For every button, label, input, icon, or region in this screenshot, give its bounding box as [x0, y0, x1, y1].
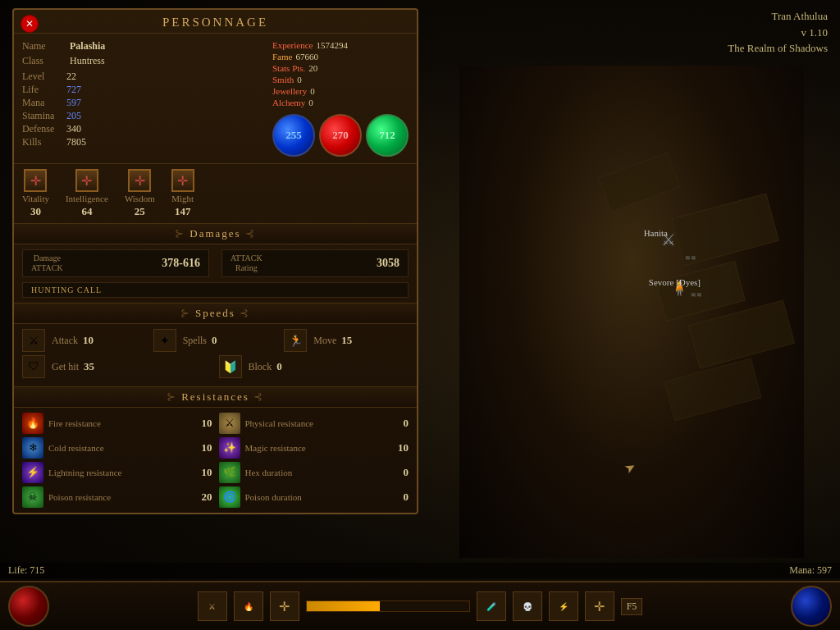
exp-value: 1574294 — [316, 40, 348, 50]
char-level: 22 — [66, 71, 264, 83]
fame-value: 67660 — [295, 52, 318, 62]
fire-resist-item: 🔥 Fire resistance 10 — [22, 413, 212, 434]
class-label: Class — [22, 55, 63, 67]
wisdom-btn[interactable]: ✛ — [128, 169, 151, 192]
lightning-resist-icon: ⚡ — [22, 462, 43, 483]
cold-resist-label: Cold resistance — [48, 443, 197, 453]
block-icon: 🔰 — [219, 355, 242, 378]
smith-label: Smith — [272, 75, 294, 84]
cold-resist-item: ❄ Cold resistance 10 — [22, 437, 212, 459]
skill-btn-1[interactable]: ⚔ — [198, 591, 227, 621]
stamina-label: Stamina — [22, 110, 63, 122]
add-skill-btn[interactable]: ✛ — [270, 591, 299, 621]
skill-btn-3[interactable]: 💀 — [513, 591, 542, 621]
jewellery-label: Jewellery — [272, 86, 307, 96]
damages-header: ⊱ Damages ⊰ — [14, 223, 417, 244]
npc-label-hanita: Hanita — [644, 228, 668, 238]
damage-attack-label: DamageATTACK — [31, 253, 63, 273]
lightning-resist-label: Lightning resistance — [48, 468, 197, 477]
lightning-resist-item: ⚡ Lightning resistance 10 — [22, 462, 212, 483]
cold-resist-value: 10 — [202, 441, 212, 454]
add-skill-btn-2[interactable]: ✛ — [585, 591, 614, 621]
might-label: Might — [171, 194, 194, 203]
char-stamina: 205 — [66, 110, 264, 122]
fire-resist-label: Fire resistance — [48, 418, 197, 428]
life-text: Life: 715 — [8, 564, 44, 577]
kills-label: Kills — [22, 136, 63, 148]
name-row: Name Palashia — [22, 40, 264, 52]
resist-grid: 🔥 Fire resistance 10 ⚔ Physical resistan… — [22, 413, 409, 508]
intelligence-value: 64 — [81, 205, 92, 218]
damages-title: Damages — [189, 227, 240, 240]
alchemy-value: 0 — [308, 98, 313, 107]
poison-duration-icon: 🌀 — [219, 486, 240, 508]
skill-btn-4[interactable]: ⚡ — [549, 591, 578, 621]
close-button[interactable]: ✕ — [21, 15, 39, 33]
class-row: Class Huntress — [22, 55, 264, 67]
bottom-bar: ⚔ 🔥 ✛ 🧪 💀 ⚡ ✛ F5 — [0, 581, 840, 630]
resistances-section: 🔥 Fire resistance 10 ⚔ Physical resistan… — [14, 408, 417, 513]
physical-resist-label: Physical resistance — [245, 418, 399, 428]
char-info-section: Name Palashia Class Huntress Level 22 Li… — [14, 34, 417, 163]
vitality-btn[interactable]: ✛ — [24, 169, 47, 192]
wisdom-value: 25 — [135, 205, 145, 218]
smith-value: 0 — [297, 75, 302, 84]
damage-attack-box: DamageATTACK 378-616 — [22, 249, 209, 277]
lightning-resist-value: 10 — [202, 466, 212, 479]
block-speed-item: Block 0 — [249, 360, 409, 373]
character-panel: ✕ PERSONNAGE Name Palashia Class Huntres… — [12, 8, 418, 514]
attack-speed-item: Attack 10 — [52, 334, 147, 347]
attack-speed-label: Attack — [52, 335, 78, 347]
attack-rating-value: 3058 — [377, 257, 399, 270]
skill-box: HUNTING CALL — [22, 282, 409, 298]
hex-resist-icon: 🌿 — [219, 462, 240, 483]
panel-orb-red: 270 — [319, 114, 362, 157]
life-orb[interactable] — [8, 586, 49, 627]
mana-orb[interactable] — [791, 586, 832, 627]
char-kills: 7805 — [66, 136, 264, 148]
defense-label: Defense — [22, 123, 63, 135]
move-icon: 🏃 — [284, 329, 307, 352]
intelligence-attr: ✛ Intelligence 64 — [66, 169, 108, 218]
vitality-label: Vitality — [22, 194, 49, 203]
f5-label: F5 — [627, 600, 637, 612]
damage-attack-value: 378-616 — [162, 257, 200, 270]
potion-btn[interactable]: 🧪 — [477, 591, 506, 621]
skill-btn-2[interactable]: 🔥 — [234, 591, 263, 621]
fire-resist-icon: 🔥 — [22, 413, 43, 434]
gethit-speed-label: Get hit — [52, 361, 79, 373]
might-attr: ✛ Might 147 — [171, 169, 194, 218]
panel-title-bar: ✕ PERSONNAGE — [14, 10, 417, 34]
attack-speed-value: 10 — [83, 334, 94, 347]
spells-speed-value: 0 — [212, 334, 217, 347]
might-btn[interactable]: ✛ — [171, 169, 194, 192]
jewellery-value: 0 — [310, 86, 315, 96]
speed-row-2: 🛡 Get hit 35 🔰 Block 0 — [22, 355, 409, 378]
vitality-value: 30 — [30, 205, 41, 218]
poison-duration-item: 🌀 Poison duration 0 — [219, 486, 409, 508]
physical-resist-icon: ⚔ — [219, 413, 240, 434]
physical-resist-value: 0 — [404, 417, 409, 430]
mana-label: Mana — [22, 97, 63, 109]
f5-badge[interactable]: F5 — [621, 598, 643, 615]
wisdom-label: Wisdom — [125, 194, 155, 203]
attributes-section: ✛ Vitality 30 ✛ Intelligence 64 ✛ Wisdom… — [14, 163, 417, 223]
spells-icon: ✦ — [153, 329, 176, 352]
skill-label: HUNTING CALL — [31, 285, 102, 294]
char-class: Huntress — [70, 55, 105, 67]
speeds-section: ⚔ Attack 10 ✦ Spells 0 🏃 Move 15 🛡 Get h… — [14, 324, 417, 386]
intelligence-btn[interactable]: ✛ — [75, 169, 98, 192]
server-name: Tran Athulua — [728, 8, 828, 25]
panel-orb-blue: 255 — [272, 114, 315, 157]
mana-text: Mana: 597 — [789, 564, 832, 577]
hex-resist-label: Hex duration — [245, 468, 399, 477]
exp-label: Experience — [272, 40, 313, 50]
bottom-center: ⚔ 🔥 ✛ 🧪 💀 ⚡ ✛ F5 — [49, 591, 791, 621]
magic-resist-label: Magic resistance — [245, 443, 394, 453]
poison-resist-value: 20 — [202, 491, 212, 504]
attack-rating-box: ATTACKRating 3058 — [221, 249, 409, 277]
npc-label-sevore: Sevore [Dyes] — [649, 277, 701, 287]
cold-resist-icon: ❄ — [22, 437, 43, 459]
fire-resist-value: 10 — [202, 417, 212, 430]
attack-icon: ⚔ — [22, 329, 45, 352]
